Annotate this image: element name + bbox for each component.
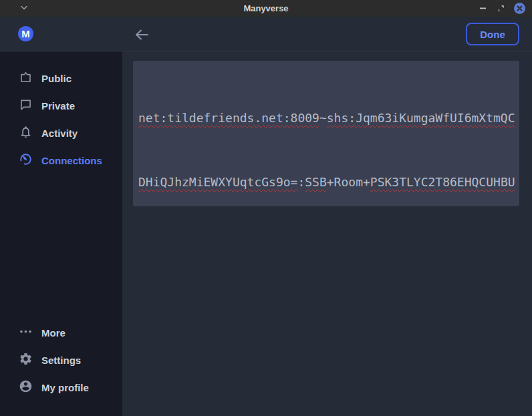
window-controls bbox=[479, 0, 525, 17]
sidebar-item-my-profile[interactable]: My profile bbox=[0, 374, 122, 401]
bulletin-board-icon bbox=[19, 70, 33, 87]
done-button[interactable]: Done bbox=[466, 23, 519, 45]
close-button[interactable] bbox=[514, 3, 525, 14]
main-panel: net:tildefriends.net:8009~shs:Jqm63iKumg… bbox=[122, 51, 532, 416]
chevron-down-icon[interactable] bbox=[21, 5, 27, 10]
sidebar-bottom-group: More Settings My profile bbox=[0, 319, 122, 416]
bell-icon bbox=[19, 125, 33, 142]
sidebar-item-label: Activity bbox=[41, 128, 78, 139]
sidebar-item-label: More bbox=[41, 327, 65, 339]
content-area: Public Private Activity bbox=[0, 51, 532, 416]
sidebar-item-private[interactable]: Private bbox=[0, 92, 122, 120]
sidebar-item-public[interactable]: Public bbox=[0, 65, 122, 92]
gauge-icon bbox=[19, 152, 33, 169]
ellipsis-icon bbox=[19, 325, 33, 341]
sidebar-item-more[interactable]: More bbox=[0, 319, 122, 347]
window-title: Manyverse bbox=[243, 3, 288, 13]
sidebar-item-connections[interactable]: Connections bbox=[0, 147, 122, 174]
sidebar: Public Private Activity bbox=[0, 51, 122, 416]
logo-letter: M bbox=[21, 28, 30, 39]
restore-button[interactable] bbox=[497, 0, 505, 17]
sidebar-item-label: My profile bbox=[41, 382, 89, 393]
account-circle-icon bbox=[19, 379, 33, 396]
window-titlebar: Manyverse bbox=[0, 0, 532, 17]
invite-code-line: DHiQJhzMiEWXYUqtcGs9o=:SSB+Room+PSK3TLYC… bbox=[138, 172, 514, 193]
sidebar-item-activity[interactable]: Activity bbox=[0, 120, 122, 147]
invite-code-field[interactable]: net:tildefriends.net:8009~shs:Jqm63iKumg… bbox=[133, 61, 519, 206]
message-bubble-icon bbox=[19, 97, 33, 114]
sidebar-item-label: Public bbox=[41, 73, 72, 84]
manyverse-logo: M bbox=[18, 26, 33, 41]
sidebar-item-label: Connections bbox=[41, 155, 102, 166]
back-button[interactable] bbox=[132, 25, 152, 45]
invite-code-line: net:tildefriends.net:8009~shs:Jqm63iKumg… bbox=[138, 108, 514, 129]
gear-icon bbox=[19, 352, 33, 369]
sidebar-item-settings[interactable]: Settings bbox=[0, 347, 122, 374]
sidebar-item-label: Settings bbox=[41, 355, 81, 366]
app-header: M Done bbox=[0, 17, 532, 51]
minimize-button[interactable] bbox=[479, 0, 487, 17]
sidebar-item-label: Private bbox=[41, 100, 75, 112]
